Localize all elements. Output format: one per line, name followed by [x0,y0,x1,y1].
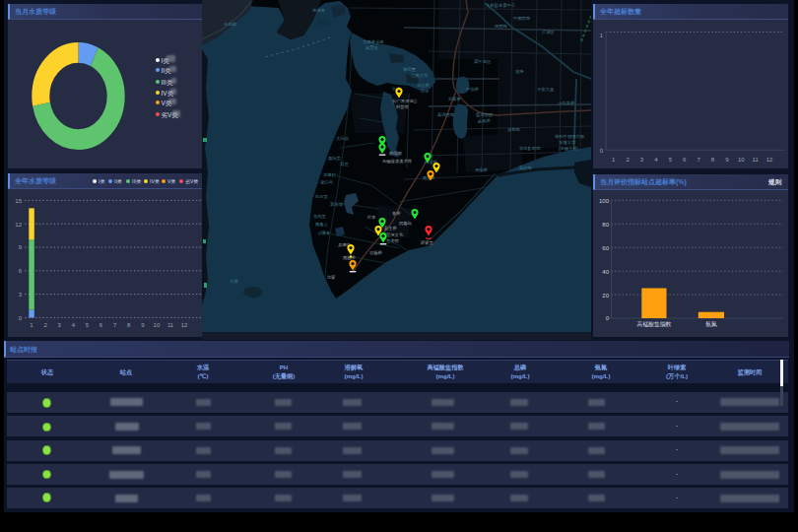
svg-text:叶春: 叶春 [367,215,376,220]
svg-text:无锡绿道美术馆: 无锡绿道美术馆 [382,159,412,164]
svg-text:8: 8 [711,157,715,163]
svg-text:II类: II类 [114,178,122,184]
svg-text:10: 10 [154,322,161,328]
svg-text:9: 9 [725,157,729,163]
svg-text:2: 2 [626,157,630,163]
svg-text:12: 12 [766,157,773,163]
svg-text:新生桥: 新生桥 [384,226,398,231]
svg-text:0: 0 [19,315,23,321]
svg-text:寿安桥: 寿安桥 [475,167,489,172]
svg-text:60: 60 [602,245,609,251]
svg-text:科普馆: 科普馆 [396,104,409,109]
svg-text:北正桥: 北正桥 [417,83,431,88]
svg-text:隐秀路: 隐秀路 [495,24,508,29]
svg-text:蠡湖国际: 蠡湖国际 [476,111,494,118]
svg-text:长广溪湿地公: 长广溪湿地公 [392,99,418,103]
svg-text:3: 3 [640,157,644,163]
svg-text:格和中国慎芯园: 格和中国慎芯园 [555,134,584,139]
svg-text:11: 11 [753,157,760,163]
svg-text:劣V类: 劣V类 [185,178,198,185]
svg-text:1: 1 [600,33,604,38]
svg-text:薛家里: 薛家里 [421,240,434,245]
svg-text:12: 12 [15,222,22,228]
svg-text:V类: V类 [167,178,175,184]
svg-text:(无锡分校): (无锡分校) [559,146,579,151]
svg-text:培庄: 培庄 [420,89,430,94]
svg-text:I类: I类 [99,178,104,184]
svg-text:100: 100 [599,198,610,204]
svg-text:III类: III类 [132,178,141,184]
svg-text:小白龙桥: 小白龙桥 [558,100,575,105]
svg-text:7: 7 [697,157,700,163]
svg-text:梁中地区: 梁中地区 [474,58,492,64]
svg-text:5: 5 [86,322,90,328]
svg-text:青桥: 青桥 [392,211,401,216]
svg-text:40: 40 [602,269,609,275]
svg-text:IV类: IV类 [150,178,160,184]
svg-text:惠风桥: 惠风桥 [477,118,492,123]
svg-text:2: 2 [43,322,47,328]
svg-text:氨氮: 氨氮 [705,320,717,327]
svg-text:4: 4 [72,322,76,328]
svg-text:江南大学: 江南大学 [411,73,429,78]
svg-text:高浪西路: 高浪西路 [437,112,455,117]
svg-text:3: 3 [19,292,23,298]
svg-text:6: 6 [100,322,103,328]
svg-text:1: 1 [612,157,616,163]
svg-text:中佳桥: 中佳桥 [466,87,480,92]
svg-text:6: 6 [19,268,23,274]
svg-text:龙亭坳: 龙亭坳 [330,202,343,207]
svg-text:艺术馆: 艺术馆 [386,238,399,243]
svg-text:风景区: 风景区 [366,45,379,50]
svg-text:滨湖区: 滨湖区 [542,30,556,34]
svg-text:小漓港: 小漓港 [317,231,331,235]
svg-text:5: 5 [669,157,673,163]
svg-text:0: 0 [600,148,604,154]
svg-text:80: 80 [602,222,609,228]
svg-text:沈家: 沈家 [327,275,336,280]
svg-text:高锰酸盐指数: 高锰酸盐指数 [637,321,672,328]
svg-text:8: 8 [127,322,131,328]
svg-text:东鸠里: 东鸠里 [313,214,327,219]
svg-text:11: 11 [167,322,174,328]
svg-text:10: 10 [738,157,745,163]
svg-text:大汾垻: 大汾垻 [336,136,350,141]
svg-text:大湖: 大湖 [230,279,238,284]
svg-text:园润园: 园润园 [389,151,402,156]
svg-text:宝溪文化: 宝溪文化 [386,233,404,237]
svg-text:东绛: 东绛 [515,69,524,74]
svg-text:9: 9 [141,322,145,328]
svg-text:大桥新体育中心: 大桥新体育中心 [486,2,516,8]
svg-text:郑家界: 郑家界 [448,97,461,101]
svg-text:吴都路: 吴都路 [507,127,521,132]
svg-text:中南西路: 中南西路 [513,16,531,21]
svg-text:渔港路: 渔港路 [312,8,326,13]
svg-text:7: 7 [113,322,117,328]
svg-text:高区路: 高区路 [519,166,533,170]
svg-text:4: 4 [654,157,658,163]
svg-text:1: 1 [30,322,33,328]
svg-text:15: 15 [15,198,22,204]
svg-text:3: 3 [58,322,62,328]
svg-text:6: 6 [683,157,687,163]
svg-text:大渔港乡老: 大渔港乡老 [363,39,384,44]
svg-text:20: 20 [602,293,609,299]
svg-text:12: 12 [181,322,188,328]
svg-text:白石里: 白石里 [315,194,329,199]
svg-text:南泰上: 南泰上 [315,222,329,227]
svg-text:容亘: 容亘 [340,162,349,166]
svg-text:湖亮量: 湖亮量 [403,67,417,72]
svg-text:9: 9 [19,244,23,250]
